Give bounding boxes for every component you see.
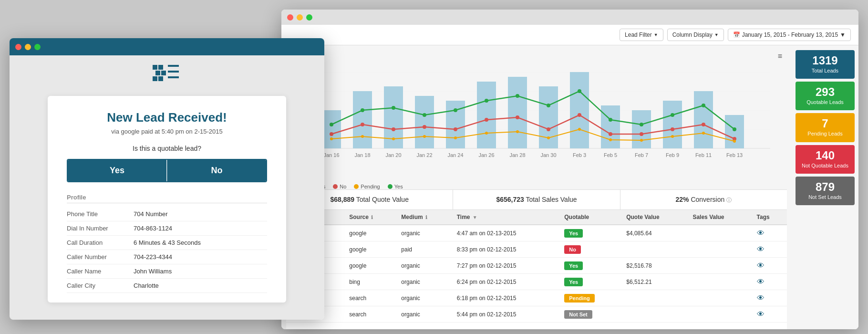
table-row: ☰ google organic 4:47 am on 02-13-2015 Y…	[286, 225, 787, 241]
lead-filter-caret: ▼	[654, 32, 658, 37]
stat-pending-leads-number: 7	[799, 118, 851, 129]
eye-icon[interactable]: 👁	[757, 310, 765, 318]
table-row: ☰ google organic 7:27 pm on 02-12-2015 Y…	[286, 258, 787, 274]
column-display-button[interactable]: Column Display ▼	[667, 29, 724, 41]
badge-yes: Yes	[564, 229, 583, 238]
svg-rect-26	[663, 101, 682, 148]
badge-yes: Yes	[564, 261, 583, 270]
svg-rect-23	[570, 72, 589, 148]
right-close-dot[interactable]	[287, 14, 293, 21]
conversion-info-icon[interactable]: ⓘ	[726, 197, 732, 203]
cell-time: 4:47 am on 02-13-2015	[452, 225, 560, 241]
svg-point-48	[485, 118, 488, 122]
stat-card-not-quotable-leads[interactable]: 140 Not Quotable Leads	[796, 145, 855, 174]
profile-value-caller-city: Charlotte	[134, 282, 159, 289]
right-maximize-dot[interactable]	[306, 14, 312, 21]
cell-quotable: Yes	[559, 225, 621, 241]
cell-medium: organic	[396, 258, 452, 274]
svg-text:Jan 22: Jan 22	[416, 152, 432, 158]
svg-text:Feb 3: Feb 3	[573, 152, 586, 158]
eye-icon[interactable]: 👁	[757, 278, 765, 286]
stat-card-pending-leads[interactable]: 7 Pending Leads	[796, 113, 855, 142]
cell-quote-val	[621, 241, 688, 258]
svg-text:Feb 11: Feb 11	[695, 152, 712, 158]
main-content: ≡	[281, 45, 858, 329]
profile-row-phone-title: Phone Title 704 Number	[67, 207, 267, 221]
legend-label-no: No	[340, 184, 346, 189]
left-titlebar	[10, 38, 324, 55]
stat-card-not-set-leads[interactable]: 879 Not Set Leads	[796, 177, 855, 205]
svg-rect-1	[158, 65, 163, 70]
eye-icon[interactable]: 👁	[757, 229, 765, 237]
date-range-button[interactable]: 📅 January 15, 2015 - February 13, 2015 ▼	[728, 29, 851, 41]
cell-tags: 👁	[752, 241, 787, 258]
svg-point-64	[547, 136, 550, 139]
svg-rect-21	[508, 77, 527, 148]
stat-conversion: 22% Conversion ⓘ	[620, 190, 787, 209]
medium-sort-icon[interactable]: ℹ	[425, 215, 427, 220]
maximize-dot[interactable]	[34, 44, 41, 50]
yes-button[interactable]: Yes	[68, 160, 167, 181]
svg-point-32	[423, 113, 426, 117]
source-sort-icon[interactable]: ℹ	[371, 215, 373, 220]
cell-time: 7:27 pm on 02-12-2015	[452, 258, 560, 274]
eye-icon[interactable]: 👁	[757, 261, 765, 270]
svg-text:Feb 5: Feb 5	[604, 152, 617, 158]
right-window: Lead Filter ▼ Column Display ▼ 📅 January…	[281, 10, 858, 329]
profile-value-call-duration: 6 Minutes & 43 Seconds	[134, 239, 201, 246]
stat-quote-value-number: $68,889	[330, 196, 354, 203]
svg-rect-2	[155, 71, 160, 75]
chart-svg: Jan 16 Jan 18 Jan 20 Jan 22 Jan 24 Jan 2…	[286, 63, 787, 167]
badge-notset: Not Set	[564, 310, 592, 319]
lead-filter-button[interactable]: Lead Filter ▼	[620, 29, 663, 41]
table-row: ☰ bing organic 6:24 pm on 02-12-2015 Yes…	[286, 274, 787, 290]
badge-pending: Pending	[564, 294, 594, 303]
profile-section: Profile Phone Title 704 Number Dial In N…	[67, 194, 267, 293]
right-window-body: Lead Filter ▼ Column Display ▼ 📅 January…	[281, 25, 858, 329]
stat-card-total-leads[interactable]: 1319 Total Leads	[796, 50, 855, 79]
logo-icon	[153, 65, 181, 88]
svg-point-65	[578, 128, 581, 131]
logo-area	[153, 65, 181, 88]
cell-sales-val	[688, 274, 752, 290]
filter-bar: Lead Filter ▼ Column Display ▼ 📅 January…	[281, 25, 858, 45]
legend-label-pending: Pending	[361, 184, 380, 189]
svg-point-49	[516, 115, 519, 119]
column-display-caret: ▼	[714, 32, 719, 37]
left-window: New Lead Received! via google paid at 5:…	[10, 38, 324, 320]
svg-point-40	[671, 113, 674, 117]
cell-quotable: No	[559, 241, 621, 258]
cell-tags: 👁	[752, 306, 787, 323]
chart-menu-icon[interactable]: ≡	[776, 51, 784, 62]
eye-icon[interactable]: 👁	[757, 294, 765, 302]
cell-source: search	[344, 290, 396, 306]
no-button[interactable]: No	[167, 160, 266, 181]
svg-point-69	[702, 132, 705, 135]
cell-source: google	[344, 241, 396, 258]
cell-medium: organic	[396, 225, 452, 241]
profile-row-dial-in: Dial In Number 704-863-1124	[67, 221, 267, 236]
close-dot[interactable]	[15, 44, 21, 50]
cell-quote-val: $6,512.21	[621, 274, 688, 290]
profile-value-dial-in: 704-863-1124	[134, 225, 172, 232]
stat-sales-value-number: $656,723	[496, 196, 524, 203]
cell-tags: 👁	[752, 274, 787, 290]
svg-rect-18	[415, 96, 434, 148]
svg-text:Jan 16: Jan 16	[323, 152, 339, 158]
col-medium: Medium ℹ	[396, 210, 452, 225]
col-quote-value: Quote Value	[621, 210, 688, 225]
eye-icon[interactable]: 👁	[757, 245, 765, 253]
cell-source: bing	[344, 274, 396, 290]
svg-point-44	[361, 123, 364, 126]
stat-card-quotable-leads[interactable]: 293 Quotable Leads	[796, 82, 855, 110]
time-sort-icon[interactable]: ▼	[473, 215, 477, 220]
profile-row-caller-city: Caller City Charlotte	[67, 279, 267, 293]
svg-point-35	[516, 94, 519, 98]
cell-medium: organic	[396, 274, 452, 290]
cell-quote-val	[621, 290, 688, 306]
right-minimize-dot[interactable]	[297, 14, 303, 21]
svg-point-39	[640, 123, 643, 126]
minimize-dot[interactable]	[25, 44, 31, 50]
col-quotable: Quotable	[559, 210, 621, 225]
profile-label-caller-city: Caller City	[67, 282, 134, 289]
